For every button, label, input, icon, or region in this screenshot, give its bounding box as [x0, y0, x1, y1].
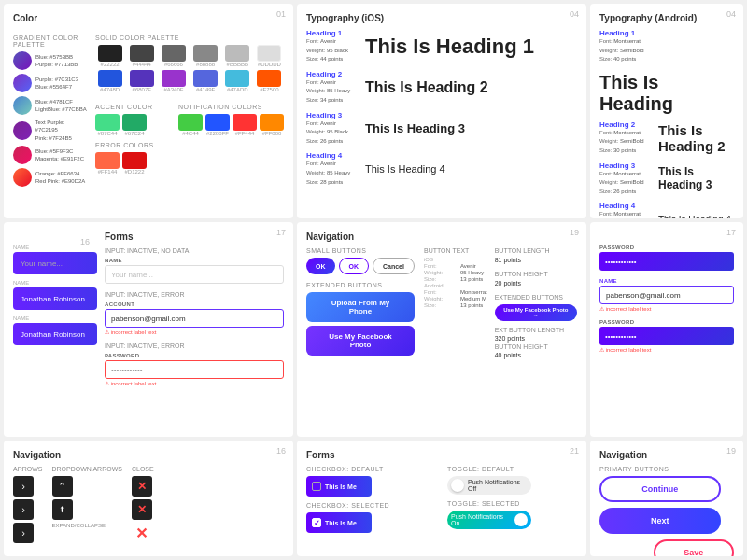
gradient-swatch-4 [13, 121, 32, 140]
solid-color-9: #A340F [159, 70, 188, 92]
gradient-1: Blue: #5753BBPurple: #7713BB [13, 51, 88, 70]
account-error: ⚠ incorrect label text [105, 329, 284, 335]
gradient-4: Text Purple: #7C2195Pink: #7F24B5 [13, 119, 88, 142]
checkbox-unchecked[interactable]: This Is Me [306, 476, 372, 497]
checkbox-text-selected: This Is Me [325, 520, 357, 526]
accent-2: #67C24 [122, 114, 147, 136]
name-input-1[interactable]: Your name... [105, 265, 284, 284]
password-suberror: ⚠ incorrect label text [599, 346, 734, 353]
close-label: CLOSE [132, 466, 154, 472]
gradient-label-6: Orange: #FF6634Red Pink: #E90D2A [35, 170, 85, 186]
android-heading-3-row: Heading 3 Font: MontserratWeight: SemiBo… [599, 161, 734, 197]
solid-color-2: #44444 [127, 45, 156, 67]
checkbox-selected-label: CHECKBOX: SELECTED [306, 502, 436, 509]
android-heading-2-row: Heading 2 Font: MontserratWeight: SemiBo… [599, 120, 734, 156]
forms-title: Forms [105, 231, 284, 242]
dropdown-arrow-1[interactable]: ⌃ [52, 476, 73, 497]
checkbox-icon-empty [312, 482, 321, 491]
toggle-knob-off [451, 479, 464, 492]
dropdown-arrow-2[interactable]: ⬍ [52, 499, 73, 520]
checkbox-icon-checked: ✓ [312, 518, 321, 527]
nav-bottom-main: ARROWS › › › DROPDOWN ARROWS ⌃ ⬍ EXPAND/… [13, 466, 284, 543]
solid-colors-grid: #22222 #44444 #66666 #88888 #BBBBB #DDDD… [95, 45, 284, 92]
small-btn-meta: BUTTON TEXT iOS Font:Avenir Weight:95 He… [424, 247, 487, 358]
android-heading-3-meta: Font: MontserratWeight: SemiBoldSize: 26… [599, 170, 651, 197]
save-button[interactable]: Save [654, 539, 734, 556]
ok-button-outline[interactable]: OK [339, 258, 370, 274]
form-group-2: ACCOUNT pabenson@gmail.com ⚠ incorrect l… [105, 301, 284, 335]
dropdown-arrows-column: ⌃ ⬍ EXPAND/COLLAPSE [52, 476, 122, 543]
android-heading-2-demo: This Is Heading 2 [658, 122, 734, 154]
heading-3-demo: This Is Heading 3 [365, 121, 465, 135]
facebook-button[interactable]: Use My Facebook Photo [306, 326, 415, 356]
heading-4-label: Heading 4 [306, 151, 358, 160]
use-my-facebook-mini[interactable]: Use My Facebook Photo → [495, 304, 577, 321]
heading-1-demo: This Is Heading 1 [365, 35, 534, 59]
notification-label: NOTIFICATION COLORS [178, 104, 284, 110]
button-metadata: BUTTON TEXT iOS Font:Avenir Weight:95 He… [424, 247, 577, 359]
toggle-default-demo: Push Notifications Off [447, 476, 577, 495]
arrow-right-2[interactable]: › [13, 499, 34, 520]
close-icon-2[interactable]: ✕ [132, 499, 152, 520]
forms-left-panel: 16 NAME Your name... NAME Jonathan Robin… [4, 222, 293, 437]
navigation-bottom-right-panel: Navigation 19 PRIMARY BUTTONS Continue N… [590, 441, 743, 556]
heading-1-row: Heading 1 Font: AvenirWeight: 95 BlackSi… [306, 29, 577, 64]
heading-3-row: Heading 3 Font: AvenirWeight: 95 BlackSi… [306, 111, 577, 147]
gradient-input-2: NAME Jonathan Robinson [13, 280, 97, 310]
navigation-top-panel: Navigation 19 SMALL BUTTONS OK OK Cancel… [297, 222, 586, 437]
checkbox-selected-demo: ✓ This Is Me [306, 512, 436, 533]
typography-ios-title: Typography (iOS) [306, 13, 577, 23]
heading-2-meta: Font: AvenirWeight: 85 HeavySize: 34 poi… [306, 78, 358, 105]
toggle-selected-demo: Push Notifications On [447, 511, 577, 529]
small-buttons-label: SMALL BUTTONS [306, 247, 415, 254]
panel-number-nav-left: 16 [276, 446, 286, 455]
heading-3-label: Heading 3 [306, 111, 358, 119]
checkbox-checked[interactable]: ✓ This Is Me [306, 512, 372, 533]
panel-number-color: 01 [276, 9, 286, 19]
close-icon-3[interactable]: ✕ [132, 523, 152, 543]
password-input-r3[interactable]: •••••••••••• [599, 327, 734, 345]
gradient-label-4: Text Purple: #7C2195Pink: #7F24B5 [35, 119, 88, 142]
small-buttons-row: OK OK Cancel [306, 258, 415, 274]
toggle-on[interactable]: Push Notifications On [447, 511, 531, 529]
toggle-on-text: Push Notifications On [451, 513, 511, 526]
password-input-r1[interactable]: •••••••••••• [599, 252, 734, 271]
arrow-right-3[interactable]: › [13, 523, 34, 543]
toggle-selected-label: TOGGLE: SELECTED [447, 500, 577, 507]
toggle-off[interactable]: Push Notifications Off [447, 476, 531, 495]
heading-1-meta: Font: AvenirWeight: 95 BlackSize: 44 poi… [306, 37, 358, 64]
checkbox-text: This Is Me [325, 483, 357, 490]
android-heading-4-demo: This Is Heading 4 [658, 215, 731, 218]
account-input[interactable]: pabenson@gmail.com [105, 309, 284, 328]
next-button[interactable]: Next [599, 508, 721, 534]
color-panel: Color 01 GRADIENT COLOR PALETTE Blue: #5… [4, 4, 293, 218]
notif-2: #2288FF [205, 114, 230, 136]
password-input[interactable]: •••••••••••• [105, 360, 284, 379]
toggle-knob-on [514, 513, 528, 526]
gradient-label-5: Blue: #5F9F3CMagenta: #E91F2C [35, 147, 84, 163]
heading-4-meta: Font: AvenirWeight: 85 HeavySize: 28 poi… [306, 160, 358, 187]
solid-color-1: #22222 [95, 45, 124, 67]
heading-2-demo: This Is Heading 2 [365, 79, 488, 96]
upload-button[interactable]: Upload From My Phone [306, 292, 415, 322]
typography-android-title: Typography (Android) [599, 13, 734, 23]
expand-collapse-label: EXPAND/COLLAPSE [52, 523, 122, 528]
arrows-column: › › › [13, 476, 43, 543]
android-heading-3-label: Heading 3 [599, 161, 651, 170]
btn-text-meta-table: iOS Font:Avenir Weight:95 Heavy Size:13 … [424, 257, 487, 308]
close-icon-1[interactable]: ✕ [132, 476, 152, 497]
solid-color-4: #88888 [190, 45, 219, 67]
arrow-right-1[interactable]: › [13, 476, 34, 497]
name-input-r2[interactable]: pabenson@gmail.com [599, 286, 734, 304]
name-label-r2: NAME [599, 278, 734, 284]
expand-collapse-label-inline: EXPAND/COLLAPSE [52, 523, 122, 543]
heading-4-demo: This Is Heading 4 [365, 163, 445, 175]
ok-button-gradient[interactable]: OK [306, 258, 335, 274]
continue-button[interactable]: Continue [599, 476, 721, 502]
android-heading-1-demo: This Is Heading [599, 72, 734, 115]
gradient-label-2: Purple: #7C31C3Blue: #5564F7 [35, 76, 78, 91]
nav-bottom-right-title: Navigation [599, 450, 734, 460]
cancel-button[interactable]: Cancel [373, 258, 415, 274]
password-label-r1: PASSWORD [599, 245, 734, 250]
gradient-swatch-1 [13, 51, 32, 70]
